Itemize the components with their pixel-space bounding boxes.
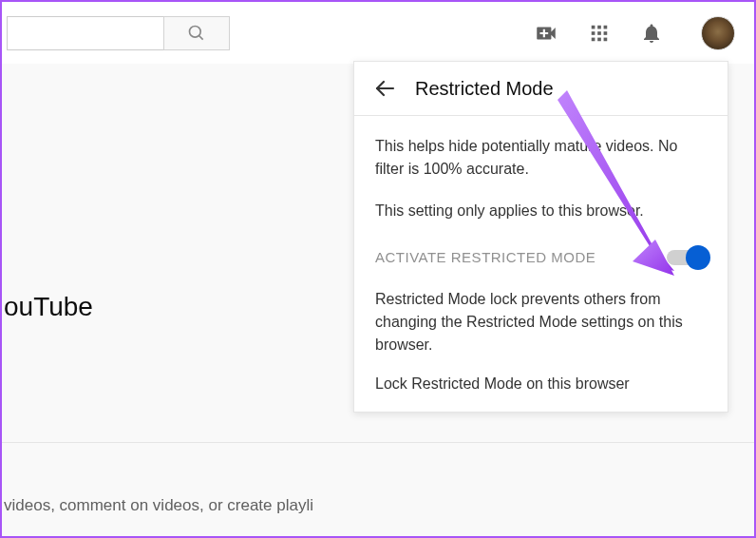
restricted-mode-toggle[interactable] (667, 250, 707, 265)
lock-restricted-mode-link[interactable]: Lock Restricted Mode on this browser (375, 375, 707, 393)
page-subtext: videos, comment on videos, or create pla… (4, 496, 313, 515)
restricted-mode-panel: Restricted Mode This helps hide potentia… (353, 61, 728, 413)
toggle-label: ACTIVATE RESTRICTED MODE (375, 249, 595, 265)
search-button[interactable] (163, 16, 230, 50)
toggle-knob (686, 245, 710, 270)
svg-rect-10 (604, 37, 608, 41)
create-button[interactable] (534, 21, 558, 46)
panel-header: Restricted Mode (354, 62, 728, 116)
notifications-button[interactable] (640, 22, 663, 45)
apps-button[interactable] (589, 23, 610, 44)
svg-line-1 (199, 35, 203, 39)
description-text-1: This helps hide potentially mature video… (375, 135, 707, 181)
svg-rect-7 (604, 31, 608, 35)
svg-rect-4 (604, 25, 608, 29)
svg-rect-9 (597, 37, 601, 41)
svg-rect-8 (592, 37, 595, 41)
arrow-left-icon (373, 77, 396, 100)
search-icon (187, 24, 206, 43)
lock-description: Restricted Mode lock prevents others fro… (375, 288, 707, 356)
divider (2, 442, 754, 443)
search-input[interactable] (7, 16, 163, 50)
header-bar (2, 2, 754, 64)
toggle-row: ACTIVATE RESTRICTED MODE (375, 249, 707, 265)
back-button[interactable] (373, 77, 396, 100)
svg-point-0 (190, 26, 201, 37)
header-icons (534, 16, 735, 50)
panel-title: Restricted Mode (415, 78, 554, 100)
video-plus-icon (534, 21, 558, 46)
svg-rect-2 (592, 25, 595, 29)
page-title: ouTube (4, 292, 93, 322)
grid-icon (589, 23, 610, 44)
description-text-2: This setting only applies to this browse… (375, 200, 707, 222)
svg-rect-3 (597, 25, 601, 29)
svg-rect-5 (592, 31, 595, 35)
search-container (7, 16, 230, 50)
avatar[interactable] (701, 16, 735, 50)
bell-icon (640, 22, 663, 45)
panel-body: This helps hide potentially mature video… (354, 116, 728, 412)
svg-rect-6 (597, 31, 601, 35)
